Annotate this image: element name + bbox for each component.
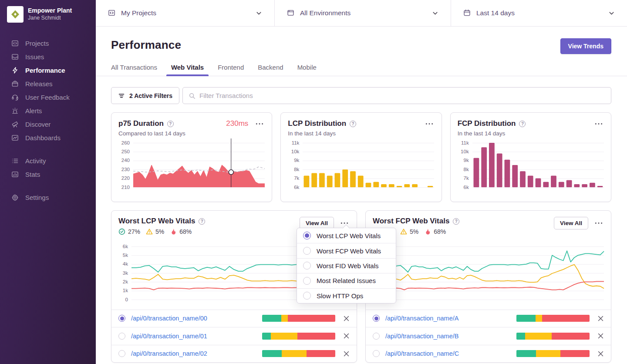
menu-radio[interactable]	[303, 247, 311, 255]
help-icon[interactable]: ?	[199, 218, 205, 225]
y-axis-tick: 6k	[123, 244, 128, 249]
card-options-button[interactable]	[593, 221, 604, 226]
vitals-badges: 27%5%68%	[118, 226, 205, 235]
tab-mobile[interactable]: Mobile	[297, 64, 317, 76]
vitals-bar-segment	[262, 350, 282, 357]
vitals-badge-meh: 5%	[146, 228, 164, 235]
date-range-selector[interactable]: Last 14 days	[451, 0, 627, 26]
help-icon[interactable]: ?	[453, 218, 459, 225]
view-all-button[interactable]: View All	[554, 217, 588, 229]
sidebar-item-performance[interactable]: Performance	[0, 64, 96, 77]
transaction-radio[interactable]	[118, 315, 125, 322]
card-options-button[interactable]	[593, 121, 604, 126]
y-axis-tick: 5k	[123, 253, 128, 258]
vitals-bar-segment	[542, 315, 590, 322]
sidebar-item-issues[interactable]: Issues	[0, 50, 96, 64]
sidebar-item-releases[interactable]: Releases	[0, 77, 96, 91]
environment-selector[interactable]: All Environments	[274, 0, 451, 26]
vitals-bar-segment	[525, 333, 551, 340]
close-icon[interactable]	[597, 315, 604, 322]
transaction-radio[interactable]	[118, 333, 125, 340]
card-options-button[interactable]	[339, 221, 350, 226]
page-content: Performance View Trends All Transactions…	[96, 27, 627, 364]
tab-frontend[interactable]: Frontend	[218, 64, 244, 76]
close-icon[interactable]	[343, 315, 350, 322]
transaction-radio[interactable]	[373, 350, 380, 357]
transaction-radio[interactable]	[373, 333, 380, 340]
menu-item-most-related-issues[interactable]: Most Related Issues	[297, 273, 396, 288]
y-axis-tick: 240	[121, 158, 130, 163]
vitals-bar-segment	[281, 315, 288, 322]
close-icon[interactable]	[597, 351, 604, 357]
vitals-bar-segment	[552, 333, 590, 340]
tab-all-transactions[interactable]: All Transactions	[111, 64, 157, 76]
sidebar-item-label: Alerts	[25, 107, 42, 115]
vitals-badge-value: 5%	[155, 228, 164, 235]
transaction-link[interactable]: /api/0/transaction_name/C	[385, 350, 459, 357]
card-title: FCP Distribution	[458, 119, 516, 128]
menu-item-slow-http-ops[interactable]: Slow HTTP Ops	[297, 288, 396, 303]
worst-fcp-web-vitals-card: Worst FCP Web Vitals?27%5%68%View All6k5…	[365, 210, 611, 363]
menu-radio[interactable]	[303, 292, 311, 300]
view-trends-button[interactable]: View Trends	[560, 38, 611, 54]
y-axis-tick: 210	[121, 185, 130, 190]
sidebar-nav-group: ActivityStats	[0, 154, 96, 181]
sidebar-item-user-feedback[interactable]: User Feedback	[0, 91, 96, 104]
sidebar-item-stats[interactable]: Stats	[0, 168, 96, 181]
close-icon[interactable]	[343, 333, 350, 339]
menu-item-worst-fid-web-vitals[interactable]: Worst FID Web Vitals	[297, 258, 396, 273]
menu-radio[interactable]	[303, 262, 311, 270]
vitals-bar-segment	[262, 315, 281, 322]
vitals-bar-segment	[262, 333, 271, 340]
transaction-link[interactable]: /api/0/transaction_name/00	[131, 315, 207, 322]
transaction-link[interactable]: /api/0/transaction_name/02	[131, 350, 207, 357]
card-options-button[interactable]	[254, 121, 265, 126]
help-icon[interactable]: ?	[519, 121, 526, 127]
menu-item-worst-fcp-web-vitals[interactable]: Worst FCP Web Vitals	[297, 243, 396, 258]
settings-icon	[11, 194, 19, 202]
vitals-bar-segment	[307, 350, 335, 357]
y-axis-tick: 6k	[464, 185, 469, 190]
menu-item-label: Worst FCP Web Vitals	[317, 247, 381, 255]
sidebar-item-settings[interactable]: Settings	[0, 191, 96, 204]
tab-backend[interactable]: Backend	[258, 64, 283, 76]
menu-radio[interactable]	[303, 232, 311, 239]
close-icon[interactable]	[343, 351, 350, 357]
close-icon[interactable]	[597, 333, 604, 339]
vitals-bar-segment	[288, 315, 335, 322]
transaction-link[interactable]: /api/0/transaction_name/A	[385, 315, 458, 322]
vitals-badge-value: 5%	[410, 228, 418, 235]
transaction-link[interactable]: /api/0/transaction_name/01	[131, 333, 207, 340]
tab-bar: All TransactionsWeb VitalsFrontendBacken…	[96, 64, 627, 76]
y-axis: 260250240230220210	[118, 143, 133, 187]
releases-icon	[11, 80, 19, 88]
transaction-radio[interactable]	[118, 350, 125, 357]
transaction-link[interactable]: /api/0/transaction_name/B	[385, 333, 458, 340]
sidebar-item-discover[interactable]: Discover	[0, 118, 96, 131]
warning-triangle-icon	[400, 228, 407, 235]
active-filters-button[interactable]: 2 Active Filters	[111, 87, 179, 104]
menu-radio[interactable]	[303, 277, 311, 285]
y-axis-tick: 230	[121, 167, 130, 172]
y-axis-tick: 4k	[123, 261, 128, 266]
org-switcher[interactable]: Empower Plant Jane Schmidt	[0, 0, 96, 27]
help-icon[interactable]: ?	[167, 121, 174, 127]
y-axis-tick: 3k	[123, 270, 128, 276]
y-axis: 11k10k9k8k7k6k	[288, 143, 303, 187]
sidebar-item-activity[interactable]: Activity	[0, 154, 96, 168]
transaction-row: /api/0/transaction_name/02	[111, 345, 357, 363]
help-icon[interactable]: ?	[350, 121, 356, 127]
sidebar-item-dashboards[interactable]: Dashboards	[0, 131, 96, 145]
search-input[interactable]	[199, 92, 605, 99]
project-selector[interactable]: My Projects	[96, 0, 274, 26]
sidebar-item-alerts[interactable]: Alerts	[0, 104, 96, 118]
card-options-button[interactable]	[424, 121, 435, 126]
menu-item-worst-lcp-web-vitals[interactable]: Worst LCP Web Vitals	[297, 228, 396, 243]
transaction-radio[interactable]	[373, 315, 380, 322]
transaction-row: /api/0/transaction_name/B	[366, 327, 611, 345]
y-axis-tick: 9k	[464, 158, 469, 163]
tab-web-vitals[interactable]: Web Vitals	[171, 64, 204, 76]
y-axis-tick: 1k	[123, 288, 128, 293]
sidebar-item-projects[interactable]: Projects	[0, 37, 96, 50]
y-axis-tick: 220	[121, 175, 130, 181]
